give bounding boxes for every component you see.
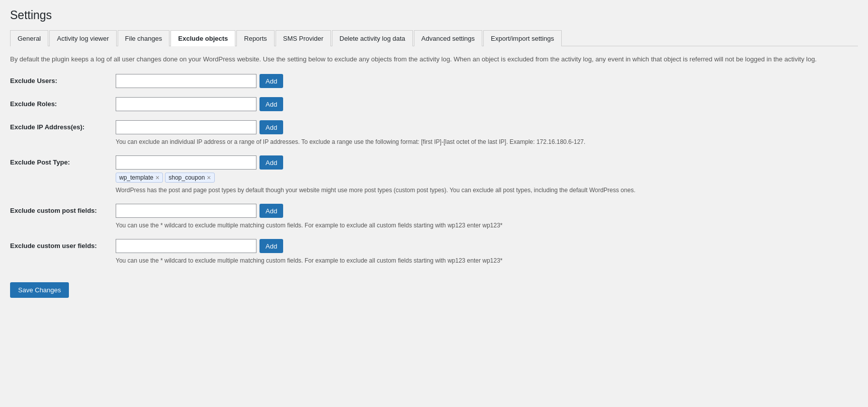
tab-delete-activity-log-data[interactable]: Delete activity log data bbox=[332, 30, 413, 46]
label-exclude-custom-user-fields: Exclude custom user fields: bbox=[10, 239, 116, 250]
form-section: Exclude Users:AddExclude Roles:AddExclud… bbox=[10, 74, 858, 265]
control-wrap-exclude-ip-addresses: AddYou can exclude an individual IP addr… bbox=[116, 120, 858, 146]
tab-exclude-objects[interactable]: Exclude objects bbox=[170, 30, 235, 46]
input-row-exclude-roles: Add bbox=[116, 97, 858, 111]
input-row-exclude-custom-user-fields: Add bbox=[116, 239, 858, 253]
control-wrap-exclude-post-type: Addwp_template×shop_coupon×WordPress has… bbox=[116, 155, 858, 195]
control-wrap-exclude-users: Add bbox=[116, 74, 858, 88]
add-button-exclude-post-type[interactable]: Add bbox=[259, 155, 283, 170]
form-row-exclude-custom-user-fields: Exclude custom user fields:AddYou can us… bbox=[10, 239, 858, 265]
input-row-exclude-custom-post-fields: Add bbox=[116, 204, 858, 218]
tag-label-wp_template: wp_template bbox=[119, 174, 153, 181]
tag-remove-wp_template[interactable]: × bbox=[155, 174, 159, 181]
hint-exclude-post-type: WordPress has the post and page post typ… bbox=[116, 186, 858, 195]
control-wrap-exclude-custom-user-fields: AddYou can use the * wildcard to exclude… bbox=[116, 239, 858, 265]
input-exclude-roles[interactable] bbox=[116, 97, 256, 111]
tab-file-changes[interactable]: File changes bbox=[118, 30, 170, 46]
add-button-exclude-ip-addresses[interactable]: Add bbox=[259, 120, 283, 134]
add-button-exclude-users[interactable]: Add bbox=[259, 74, 283, 88]
description-text: By default the plugin keeps a log of all… bbox=[10, 54, 858, 64]
input-exclude-custom-post-fields[interactable] bbox=[116, 204, 256, 218]
save-changes-button[interactable]: Save Changes bbox=[10, 282, 69, 298]
hint-exclude-custom-post-fields: You can use the * wildcard to exclude mu… bbox=[116, 221, 858, 230]
form-row-exclude-post-type: Exclude Post Type:Addwp_template×shop_co… bbox=[10, 155, 858, 195]
add-button-exclude-custom-user-fields[interactable]: Add bbox=[259, 239, 283, 253]
label-exclude-custom-post-fields: Exclude custom post fields: bbox=[10, 204, 116, 214]
input-row-exclude-post-type: Add bbox=[116, 155, 858, 170]
tab-general[interactable]: General bbox=[10, 30, 48, 46]
tag-wp_template: wp_template× bbox=[116, 173, 163, 183]
hint-exclude-ip-addresses: You can exclude an individual IP address… bbox=[116, 137, 858, 146]
tab-activity-log-viewer[interactable]: Activity log viewer bbox=[49, 30, 116, 46]
form-row-exclude-users: Exclude Users:Add bbox=[10, 74, 858, 88]
input-exclude-ip-addresses[interactable] bbox=[116, 120, 256, 134]
tag-label-shop_coupon: shop_coupon bbox=[168, 174, 205, 181]
tab-reports[interactable]: Reports bbox=[236, 30, 275, 46]
tabs-bar: GeneralActivity log viewerFile changesEx… bbox=[10, 30, 858, 46]
control-wrap-exclude-custom-post-fields: AddYou can use the * wildcard to exclude… bbox=[116, 204, 858, 230]
input-exclude-users[interactable] bbox=[116, 74, 256, 88]
control-wrap-exclude-roles: Add bbox=[116, 97, 858, 111]
input-row-exclude-ip-addresses: Add bbox=[116, 120, 858, 134]
input-exclude-custom-user-fields[interactable] bbox=[116, 239, 256, 253]
tab-sms-provider[interactable]: SMS Provider bbox=[276, 30, 331, 46]
form-row-exclude-ip-addresses: Exclude IP Address(es):AddYou can exclud… bbox=[10, 120, 858, 146]
label-exclude-post-type: Exclude Post Type: bbox=[10, 155, 116, 166]
form-row-exclude-custom-post-fields: Exclude custom post fields:AddYou can us… bbox=[10, 204, 858, 230]
tab-export-import-settings[interactable]: Export/import settings bbox=[483, 30, 562, 46]
page-title: Settings bbox=[10, 8, 858, 23]
hint-exclude-custom-user-fields: You can use the * wildcard to exclude mu… bbox=[116, 256, 858, 265]
add-button-exclude-custom-post-fields[interactable]: Add bbox=[259, 204, 283, 218]
tag-shop_coupon: shop_coupon× bbox=[165, 173, 214, 183]
label-exclude-roles: Exclude Roles: bbox=[10, 97, 116, 108]
input-exclude-post-type[interactable] bbox=[116, 155, 256, 170]
tag-remove-shop_coupon[interactable]: × bbox=[207, 174, 211, 181]
label-exclude-ip-addresses: Exclude IP Address(es): bbox=[10, 120, 116, 131]
tab-advanced-settings[interactable]: Advanced settings bbox=[414, 30, 482, 46]
tags-row-exclude-post-type: wp_template×shop_coupon× bbox=[116, 173, 858, 183]
settings-page: Settings GeneralActivity log viewerFile … bbox=[0, 0, 868, 306]
form-row-exclude-roles: Exclude Roles:Add bbox=[10, 97, 858, 111]
add-button-exclude-roles[interactable]: Add bbox=[259, 97, 283, 111]
label-exclude-users: Exclude Users: bbox=[10, 74, 116, 85]
input-row-exclude-users: Add bbox=[116, 74, 858, 88]
